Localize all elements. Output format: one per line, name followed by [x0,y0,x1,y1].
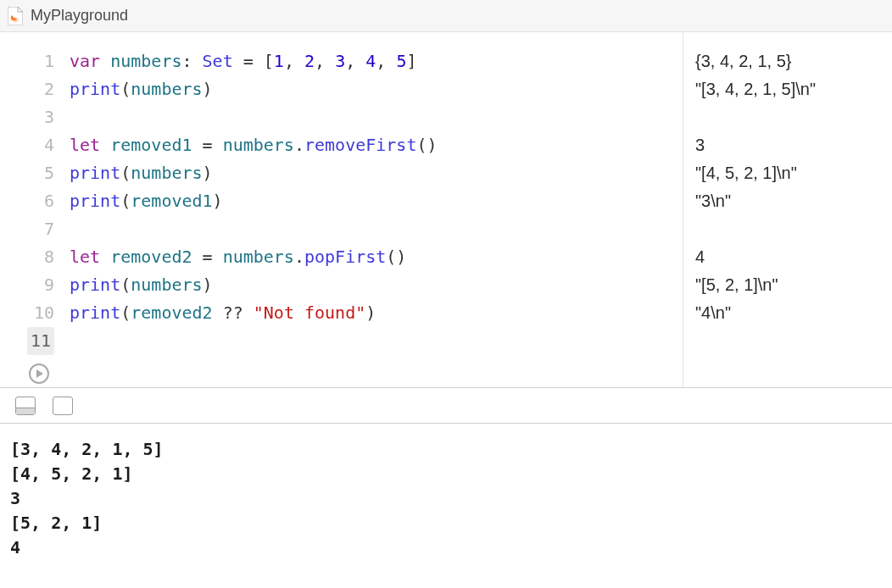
result-value[interactable]: "[4, 5, 2, 1]\n" [695,159,892,187]
line-number: 4 [0,131,54,159]
result-value[interactable]: "[3, 4, 2, 1, 5]\n" [695,75,892,103]
code-line[interactable] [70,327,683,355]
result-value[interactable]: 3 [695,131,892,159]
line-number-gutter: 1 2 3 4 5 6 7 8 9 10 11 [0,47,70,387]
code-line[interactable]: print(removed2 ?? "Not found") [70,299,683,327]
code-line[interactable]: let removed1 = numbers.removeFirst() [70,131,683,159]
code-line[interactable]: print(removed1) [70,187,683,215]
line-number-current: 11 [27,327,54,355]
code-content[interactable]: var numbers: Set = [1, 2, 3, 4, 5] print… [70,47,683,387]
title-bar: MyPlayground [0,0,892,32]
code-line[interactable]: print(numbers) [70,271,683,299]
line-number: 1 [0,47,54,75]
console-line: [5, 2, 1] [10,511,882,535]
console-line: [3, 4, 2, 1, 5] [10,437,882,462]
line-number: 8 [0,243,54,271]
results-sidebar: {3, 4, 2, 1, 5} "[3, 4, 2, 1, 5]\n" 3 "[… [683,32,892,387]
swift-file-icon [7,6,24,26]
code-line[interactable]: let removed2 = numbers.popFirst() [70,243,683,271]
line-number: 6 [0,187,54,215]
line-number: 3 [0,103,54,131]
line-number: 10 [0,299,54,327]
line-number: 2 [0,75,54,103]
line-number: 7 [0,215,54,243]
code-line[interactable]: print(numbers) [70,159,683,187]
result-value[interactable]: "[5, 2, 1]\n" [695,271,892,299]
result-value[interactable]: {3, 4, 2, 1, 5} [695,47,892,75]
toggle-view-icon[interactable] [53,397,73,415]
result-value [695,215,892,243]
code-panel[interactable]: 1 2 3 4 5 6 7 8 9 10 11 var numbers: Set… [0,32,683,387]
console-line: [4, 5, 2, 1] [10,462,882,486]
debug-toolbar [0,388,892,424]
code-line[interactable]: var numbers: Set = [1, 2, 3, 4, 5] [70,47,683,75]
line-number: 9 [0,271,54,299]
code-line[interactable] [70,215,683,243]
console-output[interactable]: [3, 4, 2, 1, 5] [4, 5, 2, 1] 3 [5, 2, 1]… [0,424,892,588]
line-number: 5 [0,159,54,187]
result-value[interactable]: "4\n" [695,299,892,327]
file-name: MyPlayground [31,7,128,25]
run-button-icon[interactable] [29,363,49,384]
editor-area: 1 2 3 4 5 6 7 8 9 10 11 var numbers: Set… [0,32,892,388]
result-value[interactable]: 4 [695,243,892,271]
result-value [695,103,892,131]
console-line: 4 [10,535,882,560]
result-value[interactable]: "3\n" [695,187,892,215]
code-line[interactable] [70,103,683,131]
console-line: 3 [10,486,882,511]
code-line[interactable]: print(numbers) [70,75,683,103]
toggle-debug-area-icon[interactable] [15,397,36,415]
